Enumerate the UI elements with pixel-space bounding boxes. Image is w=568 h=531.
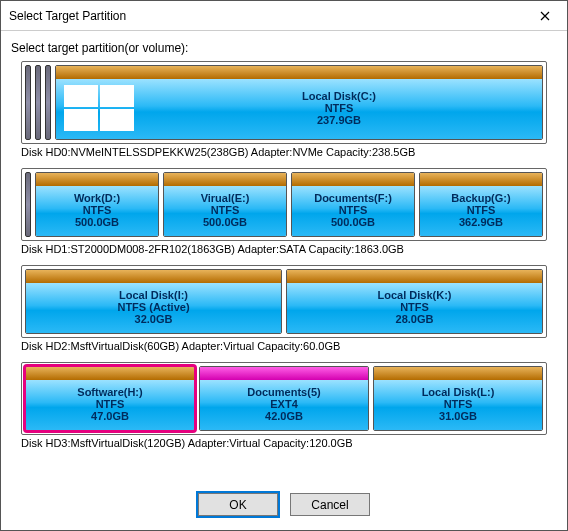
partition-size: 500.0GB (74, 216, 120, 228)
partition-label: Software(H:) (77, 386, 142, 398)
partition-fs: NTFS (422, 398, 495, 410)
unallocated-slice (45, 65, 51, 140)
partition-f[interactable]: Documents(F:) NTFS 500.0GB (291, 172, 415, 237)
close-icon (540, 11, 550, 21)
partition-d[interactable]: Work(D:) NTFS 500.0GB (35, 172, 159, 237)
partition-header (26, 367, 194, 380)
partition-body: Local Disk(K:) NTFS 28.0GB (287, 283, 542, 333)
disk-row: Software(H:) NTFS 47.0GB Documents(5) EX… (21, 362, 547, 435)
partition-e[interactable]: Virual(E:) NTFS 500.0GB (163, 172, 287, 237)
unallocated-slice (25, 65, 31, 140)
disk-row: Work(D:) NTFS 500.0GB Virual(E:) NTFS 50… (21, 168, 547, 241)
partition-size: 47.0GB (77, 410, 142, 422)
windows-logo-icon (64, 85, 134, 131)
partition-label: Documents(F:) (314, 192, 392, 204)
partition-label: Local Disk(K:) (378, 289, 452, 301)
partition-body: Local Disk(C:) NTFS 237.9GB (56, 79, 542, 139)
partition-list: Local Disk(C:) NTFS 237.9GB Disk HD0:NVM… (1, 61, 567, 483)
partition-header (200, 367, 368, 380)
disk-row: Local Disk(C:) NTFS 237.9GB (21, 61, 547, 144)
partition-label: Work(D:) (74, 192, 120, 204)
partition-size: 32.0GB (117, 313, 189, 325)
partition-h[interactable]: Software(H:) NTFS 47.0GB (25, 366, 195, 431)
disk-caption: Disk HD2:MsftVirtualDisk(60GB) Adapter:V… (21, 338, 547, 358)
unallocated-slice (35, 65, 41, 140)
disk-group-3: Software(H:) NTFS 47.0GB Documents(5) EX… (21, 362, 547, 455)
partition-body: Documents(F:) NTFS 500.0GB (292, 186, 414, 236)
partition-size: 237.9GB (140, 114, 538, 126)
partition-header (292, 173, 414, 186)
partition-label: Local Disk(L:) (422, 386, 495, 398)
partition-fs: NTFS (378, 301, 452, 313)
partition-header (36, 173, 158, 186)
partition-label: Documents(5) (247, 386, 320, 398)
partition-header (420, 173, 542, 186)
titlebar: Select Target Partition (1, 1, 567, 31)
disk-group-1: Work(D:) NTFS 500.0GB Virual(E:) NTFS 50… (21, 168, 547, 261)
partition-size: 31.0GB (422, 410, 495, 422)
partition-c[interactable]: Local Disk(C:) NTFS 237.9GB (55, 65, 543, 140)
partition-body: Documents(5) EXT4 42.0GB (200, 380, 368, 430)
partition-header (374, 367, 542, 380)
partition-fs: NTFS (140, 102, 538, 114)
dialog-subtitle: Select target partition(or volume): (1, 31, 567, 61)
partition-body: Local Disk(I:) NTFS (Active) 32.0GB (26, 283, 281, 333)
partition-fs: NTFS (201, 204, 250, 216)
cancel-button[interactable]: Cancel (290, 493, 370, 516)
disk-row: Local Disk(I:) NTFS (Active) 32.0GB Loca… (21, 265, 547, 338)
partition-documents5[interactable]: Documents(5) EXT4 42.0GB (199, 366, 369, 431)
partition-body: Software(H:) NTFS 47.0GB (26, 380, 194, 430)
disk-caption: Disk HD1:ST2000DM008-2FR102(1863GB) Adap… (21, 241, 547, 261)
partition-label: Backup(G:) (451, 192, 510, 204)
partition-size: 500.0GB (314, 216, 392, 228)
ok-button[interactable]: OK (198, 493, 278, 516)
disk-caption: Disk HD0:NVMeINTELSSDPEKKW25(238GB) Adap… (21, 144, 547, 164)
partition-size: 28.0GB (378, 313, 452, 325)
partition-label: Virual(E:) (201, 192, 250, 204)
partition-size: 500.0GB (201, 216, 250, 228)
partition-body: Local Disk(L:) NTFS 31.0GB (374, 380, 542, 430)
partition-i[interactable]: Local Disk(I:) NTFS (Active) 32.0GB (25, 269, 282, 334)
partition-fs: NTFS (314, 204, 392, 216)
partition-fs: NTFS (451, 204, 510, 216)
partition-header (56, 66, 542, 79)
partition-header (287, 270, 542, 283)
partition-l[interactable]: Local Disk(L:) NTFS 31.0GB (373, 366, 543, 431)
partition-fs: NTFS (77, 398, 142, 410)
partition-k[interactable]: Local Disk(K:) NTFS 28.0GB (286, 269, 543, 334)
disk-group-0: Local Disk(C:) NTFS 237.9GB Disk HD0:NVM… (21, 61, 547, 164)
partition-fs: NTFS (74, 204, 120, 216)
partition-body: Work(D:) NTFS 500.0GB (36, 186, 158, 236)
partition-fs: EXT4 (247, 398, 320, 410)
window-title: Select Target Partition (9, 9, 522, 23)
partition-g[interactable]: Backup(G:) NTFS 362.9GB (419, 172, 543, 237)
partition-body: Virual(E:) NTFS 500.0GB (164, 186, 286, 236)
partition-body: Backup(G:) NTFS 362.9GB (420, 186, 542, 236)
disk-group-2: Local Disk(I:) NTFS (Active) 32.0GB Loca… (21, 265, 547, 358)
unallocated-slice (25, 172, 31, 237)
select-target-partition-dialog: Select Target Partition Select target pa… (0, 0, 568, 531)
close-button[interactable] (522, 1, 567, 31)
partition-header (26, 270, 281, 283)
partition-fs: NTFS (Active) (117, 301, 189, 313)
dialog-buttons: OK Cancel (1, 483, 567, 530)
partition-size: 42.0GB (247, 410, 320, 422)
partition-size: 362.9GB (451, 216, 510, 228)
partition-header (164, 173, 286, 186)
partition-label: Local Disk(C:) (140, 90, 538, 102)
partition-label: Local Disk(I:) (117, 289, 189, 301)
disk-caption: Disk HD3:MsftVirtualDisk(120GB) Adapter:… (21, 435, 547, 455)
